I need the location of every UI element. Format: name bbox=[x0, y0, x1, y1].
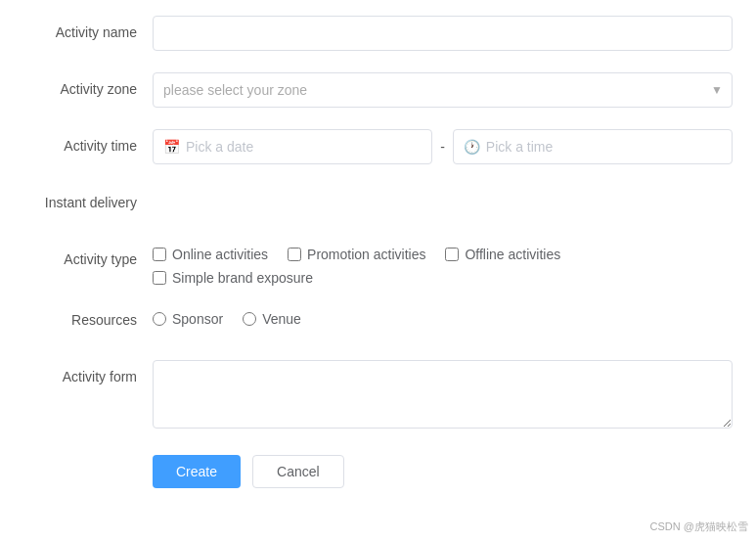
activity-zone-row: Activity zone please select your zone Zo… bbox=[16, 72, 733, 112]
resources-control: Sponsor Venue bbox=[153, 303, 733, 327]
time-row-wrapper: 📅 Pick a date - 🕐 Pick a time bbox=[153, 129, 733, 164]
activity-zone-control: please select your zone Zone AZone BZone… bbox=[153, 72, 733, 108]
activity-time-row: Activity time 📅 Pick a date - 🕐 Pick a t… bbox=[16, 129, 733, 168]
radio-venue-input[interactable] bbox=[243, 312, 256, 326]
radio-sponsor[interactable]: Sponsor bbox=[153, 311, 223, 327]
checkbox-online[interactable]: Online activities bbox=[153, 247, 268, 262]
checkbox-promotion-input[interactable] bbox=[288, 248, 301, 261]
resources-radio-group: Sponsor Venue bbox=[153, 303, 733, 327]
checkbox-promotion[interactable]: Promotion activities bbox=[288, 247, 425, 262]
time-picker-wrapper[interactable]: 🕐 Pick a time bbox=[453, 129, 733, 164]
activity-type-label: Activity type bbox=[16, 243, 153, 270]
date-picker-wrapper[interactable]: 📅 Pick a date bbox=[153, 129, 432, 164]
checkbox-promotion-label: Promotion activities bbox=[307, 247, 425, 262]
activity-name-input[interactable] bbox=[153, 16, 733, 51]
activity-form-label: Activity form bbox=[16, 360, 153, 387]
radio-sponsor-label: Sponsor bbox=[172, 311, 223, 327]
activity-zone-select-wrapper: please select your zone Zone AZone BZone… bbox=[153, 72, 733, 108]
radio-venue[interactable]: Venue bbox=[243, 311, 301, 327]
activity-time-label: Activity time bbox=[16, 129, 153, 157]
activity-type-line-1: Online activities Promotion activities O… bbox=[153, 247, 733, 262]
resources-row: Resources Sponsor Venue bbox=[16, 303, 733, 342]
calendar-icon: 📅 bbox=[163, 139, 180, 155]
activity-type-options: Online activities Promotion activities O… bbox=[153, 243, 733, 286]
clock-icon: 🕐 bbox=[464, 139, 480, 155]
activity-form-control bbox=[153, 360, 733, 431]
instant-delivery-control bbox=[153, 186, 733, 202]
checkbox-brand-input[interactable] bbox=[153, 271, 166, 285]
instant-delivery-label: Instant delivery bbox=[16, 186, 153, 213]
date-time-dash: - bbox=[440, 139, 445, 155]
activity-name-control bbox=[153, 16, 733, 51]
cancel-button[interactable]: Cancel bbox=[252, 455, 344, 488]
activity-time-control: 📅 Pick a date - 🕐 Pick a time bbox=[153, 129, 733, 164]
checkbox-brand[interactable]: Simple brand exposure bbox=[153, 270, 313, 286]
activity-form-row: Activity form bbox=[16, 360, 733, 431]
activity-zone-label: Activity zone bbox=[16, 72, 153, 100]
button-row: Create Cancel bbox=[153, 455, 733, 488]
date-placeholder-text: Pick a date bbox=[186, 139, 253, 155]
radio-venue-label: Venue bbox=[262, 311, 301, 327]
checkbox-brand-label: Simple brand exposure bbox=[172, 270, 313, 286]
watermark: CSDN @虎猫映松雪 bbox=[650, 519, 748, 534]
create-button[interactable]: Create bbox=[153, 455, 241, 488]
checkbox-offline-label: Offline activities bbox=[465, 247, 560, 262]
activity-name-row: Activity name bbox=[16, 16, 733, 55]
checkbox-offline-input[interactable] bbox=[445, 248, 459, 261]
activity-type-row: Activity type Online activities Promotio… bbox=[16, 243, 733, 286]
radio-sponsor-input[interactable] bbox=[153, 312, 166, 326]
time-placeholder-text: Pick a time bbox=[486, 139, 553, 155]
checkbox-online-label: Online activities bbox=[172, 247, 268, 262]
checkbox-offline[interactable]: Offline activities bbox=[445, 247, 560, 262]
activity-type-control: Online activities Promotion activities O… bbox=[153, 243, 733, 286]
checkbox-online-input[interactable] bbox=[153, 248, 166, 261]
activity-zone-select[interactable]: please select your zone Zone AZone BZone… bbox=[153, 72, 733, 108]
activity-name-label: Activity name bbox=[16, 16, 153, 43]
activity-form-textarea[interactable] bbox=[153, 360, 733, 429]
instant-delivery-row: Instant delivery bbox=[16, 186, 733, 225]
resources-label: Resources bbox=[16, 303, 153, 331]
activity-type-line-2: Simple brand exposure bbox=[153, 270, 733, 286]
